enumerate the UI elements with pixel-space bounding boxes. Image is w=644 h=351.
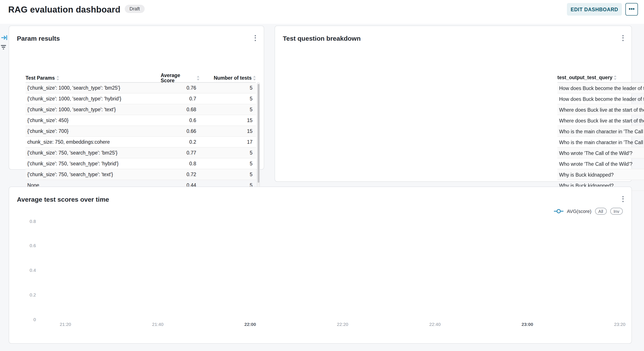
- favorite-star-icon[interactable]: ☆: [114, 6, 120, 14]
- column-header[interactable]: Average Score: [161, 73, 200, 83]
- sort-icon: [196, 75, 200, 80]
- legend-all-button[interactable]: All: [595, 208, 606, 215]
- filter-icon[interactable]: [0, 44, 6, 51]
- table-row: {'chunk_size': 1000, 'search_type': 'tex…: [26, 104, 256, 115]
- param-results-card: Param results Test ParamsAverage ScoreNu…: [9, 25, 264, 170]
- breakdown-table-header: test_output_test_queryTest FilesAverage …: [558, 73, 644, 82]
- table-row: chunk_size: 750, embeddings:cohere0.217: [26, 137, 256, 148]
- table-row: {'chunk_size': 750, 'search_type': 'bm25…: [26, 148, 256, 158]
- x-axis-tick-label: 23:00: [522, 322, 533, 327]
- y-axis-tick-label: 0.2: [18, 292, 36, 297]
- dashboard-page: RAG evaluation dashboard ☆ Draft EDIT DA…: [0, 0, 644, 351]
- more-options-button[interactable]: •••: [626, 3, 638, 15]
- sort-icon: [253, 75, 256, 80]
- param-table-scrollbar: [257, 82, 260, 191]
- chart-legend: AVG(score) All Inv: [554, 208, 623, 215]
- column-header[interactable]: test_output_test_query: [558, 73, 644, 82]
- chart-title: Average test scores over time: [17, 196, 109, 203]
- param-table: {'chunk_size': 1000, 'search_type': 'bm2…: [26, 82, 256, 191]
- test-question-breakdown-card: Test question breakdown test_output_test…: [274, 25, 632, 182]
- x-axis-tick-label: 22:20: [337, 322, 348, 327]
- table-row: How does Buck become the leader of the s…: [558, 83, 644, 93]
- header-bar: RAG evaluation dashboard ☆ Draft EDIT DA…: [0, 0, 644, 24]
- table-row: {'chunk_size': 750, 'search_type': 'text…: [26, 169, 256, 180]
- param-table-header: Test ParamsAverage ScoreNumber of tests: [26, 73, 256, 82]
- chart-card: Average test scores over time AVG(score)…: [9, 187, 632, 344]
- status-badge: Draft: [125, 5, 145, 13]
- table-row: Who wrote 'The Call of the Wild'?20.7174…: [558, 148, 644, 158]
- table-row: {'chunk_size': 1000, 'search_type': 'hyb…: [26, 93, 256, 104]
- table-row: {'chunk_size': 450}0.615: [26, 115, 256, 126]
- param-card-menu-button[interactable]: [252, 34, 258, 41]
- collapse-panel-icon[interactable]: [1, 34, 7, 42]
- y-axis-tick-label: 0: [18, 317, 36, 322]
- y-axis-tick-label: 0.6: [18, 243, 36, 248]
- table-row: Where does Buck live at the start of the…: [558, 104, 644, 115]
- table-row: Who is the main character in 'The Call o…: [558, 137, 644, 148]
- table-row: {'chunk_size': 750, 'search_type': 'hybr…: [26, 158, 256, 169]
- table-row: Who wrote 'The Call of the Wild'?30.7253…: [558, 158, 644, 169]
- y-axis-tick-label: 0.8: [18, 218, 36, 224]
- scrollbar-thumb[interactable]: [258, 84, 260, 183]
- column-header[interactable]: Test Params: [26, 73, 161, 83]
- x-axis-tick-label: 21:40: [152, 322, 164, 327]
- breakdown-table: How does Buck become the leader of the s…: [558, 82, 644, 191]
- breakdown-title: Test question breakdown: [283, 35, 361, 42]
- legend-inv-button[interactable]: Inv: [610, 208, 623, 215]
- x-axis-tick-label: 23:20: [614, 322, 626, 327]
- x-axis-tick-label: 21:20: [60, 322, 71, 327]
- sort-icon: [614, 75, 617, 80]
- sort-icon: [56, 75, 59, 80]
- chart-card-menu-button[interactable]: [619, 195, 626, 203]
- column-header[interactable]: Number of tests: [200, 73, 256, 83]
- legend-series-label[interactable]: AVG(score): [567, 209, 592, 214]
- y-axis-tick-label: 0.4: [18, 268, 36, 273]
- table-row: Why is Buck kidnapped?20.625833648086215…: [558, 169, 644, 180]
- table-row: How does Buck become the leader of the s…: [558, 93, 644, 104]
- x-axis-tick-label: 22:40: [429, 322, 441, 327]
- page-title: RAG evaluation dashboard: [8, 5, 120, 15]
- edit-dashboard-button[interactable]: EDIT DASHBOARD: [567, 3, 622, 15]
- x-axis-tick-label: 22:00: [244, 322, 256, 327]
- breakdown-card-menu-button[interactable]: [619, 34, 626, 41]
- series-marker-icon: [554, 209, 564, 214]
- table-row: Who is the main character in 'The Call o…: [558, 126, 644, 137]
- table-row: Where does Buck live at the start of the…: [558, 115, 644, 126]
- table-row: {'chunk_size': 700}0.6615: [26, 126, 256, 137]
- param-results-title: Param results: [17, 35, 60, 42]
- table-row: {'chunk_size': 1000, 'search_type': 'bm2…: [26, 83, 256, 93]
